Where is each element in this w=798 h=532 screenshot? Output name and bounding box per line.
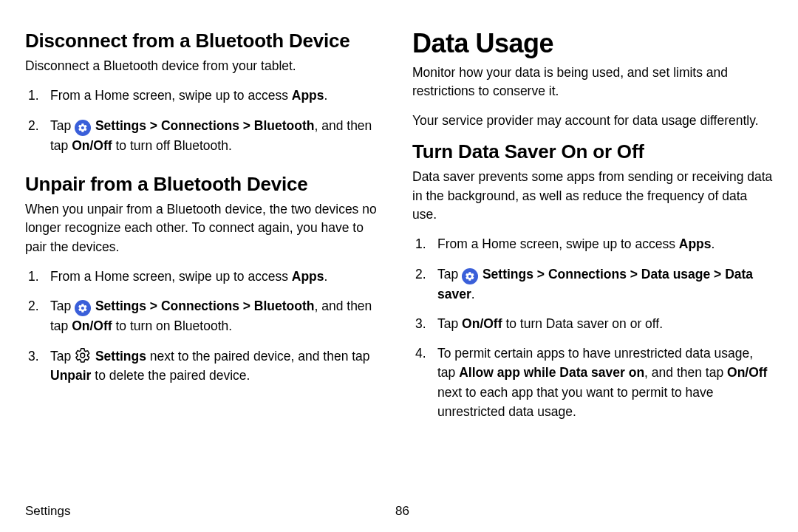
text: From a Home screen, swipe up to access: [50, 88, 292, 103]
steps-disconnect: From a Home screen, swipe up to access A…: [25, 86, 386, 155]
text-bold: Unpair: [50, 368, 91, 383]
steps-unpair: From a Home screen, swipe up to access A…: [25, 267, 386, 385]
text-bold: Settings: [92, 349, 146, 364]
text: to delete the paired device.: [91, 368, 250, 383]
text-bold: Apps: [292, 269, 324, 284]
text-bold: Settings > Connections > Bluetooth: [92, 118, 314, 133]
list-item: Tap Settings > Connections > Bluetooth, …: [25, 296, 386, 335]
text: next to the paired device, and then tap: [146, 349, 370, 364]
footer-page-number: 86: [395, 504, 409, 519]
heading-disconnect-bluetooth: Disconnect from a Bluetooth Device: [25, 30, 386, 52]
list-item: Tap Settings > Connections > Bluetooth, …: [25, 116, 386, 155]
text: to turn off Bluetooth.: [112, 138, 232, 153]
list-item: Tap Settings next to the paired device, …: [25, 347, 386, 386]
list-item: Tap Settings > Connections > Data usage …: [412, 265, 773, 304]
text: From a Home screen, swipe up to access: [437, 236, 679, 251]
text: .: [712, 236, 715, 251]
text: From a Home screen, swipe up to access: [50, 269, 292, 284]
text: Tap: [50, 349, 75, 364]
text-bold: Allow app while Data saver on: [459, 365, 644, 380]
gear-outline-icon: [75, 347, 91, 364]
intro-data-saver: Data saver prevents some apps from sendi…: [412, 168, 773, 224]
text: next to each app that you want to permit…: [437, 385, 714, 419]
text-bold: Settings > Connections > Data usage > Da…: [437, 267, 753, 301]
intro-data-usage-1: Monitor how your data is being used, and…: [412, 64, 773, 101]
text: .: [324, 269, 328, 284]
gear-icon: [462, 268, 478, 284]
text-bold: On/Off: [462, 316, 502, 331]
intro-data-usage-2: Your service provider may account for da…: [412, 112, 773, 130]
text: Tap: [50, 118, 75, 133]
footer-section: Settings: [25, 504, 70, 519]
text-bold: On/Off: [72, 318, 112, 333]
text: .: [471, 287, 475, 301]
text: .: [324, 88, 328, 103]
text: Tap: [437, 267, 462, 282]
list-item: To permit certain apps to have unrestric…: [412, 344, 773, 421]
text-bold: Apps: [292, 88, 324, 103]
svg-point-0: [81, 353, 85, 358]
list-item: Tap On/Off to turn Data saver on or off.: [412, 314, 773, 333]
gear-icon: [75, 120, 91, 136]
right-column: Data Usage Monitor how your data is bein…: [412, 25, 773, 498]
heading-data-usage: Data Usage: [412, 28, 773, 59]
intro-disconnect: Disconnect a Bluetooth device from your …: [25, 57, 386, 75]
gear-icon: [75, 300, 91, 316]
left-column: Disconnect from a Bluetooth Device Disco…: [25, 25, 386, 498]
steps-data-saver: From a Home screen, swipe up to access A…: [412, 234, 773, 421]
text: Tap: [50, 299, 75, 313]
two-column-layout: Disconnect from a Bluetooth Device Disco…: [25, 25, 773, 498]
text: Tap: [437, 316, 462, 331]
text-bold: On/Off: [727, 365, 767, 380]
text: to turn on Bluetooth.: [112, 318, 232, 333]
text-bold: Apps: [679, 236, 712, 251]
heading-data-saver: Turn Data Saver On or Off: [412, 140, 773, 163]
list-item: From a Home screen, swipe up to access A…: [412, 234, 773, 253]
list-item: From a Home screen, swipe up to access A…: [25, 86, 386, 105]
page-footer: Settings 86: [25, 498, 409, 519]
intro-unpair: When you unpair from a Bluetooth device,…: [25, 200, 386, 256]
text: to turn Data saver on or off.: [502, 316, 664, 331]
text: , and then tap: [644, 365, 727, 380]
text-bold: Settings > Connections > Bluetooth: [92, 299, 314, 313]
text-bold: On/Off: [72, 138, 112, 153]
heading-unpair-bluetooth: Unpair from a Bluetooth Device: [25, 173, 386, 196]
list-item: From a Home screen, swipe up to access A…: [25, 267, 386, 286]
